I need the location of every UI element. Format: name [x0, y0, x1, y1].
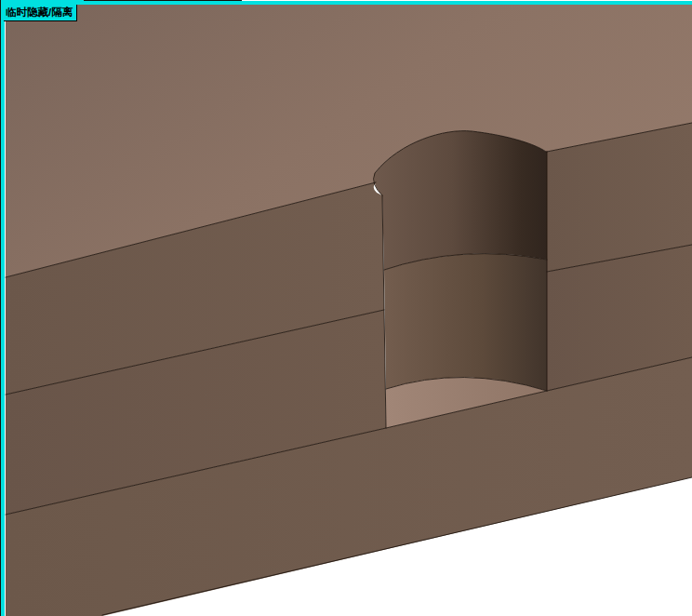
viewport-border-left	[1, 1, 5, 616]
hole-wall-lower[interactable]	[384, 254, 547, 391]
cad-viewport: 临时隐藏/隔离	[0, 0, 692, 616]
temp-hide-isolate-label: 临时隐藏/隔离	[4, 5, 77, 21]
viewport-border-top	[0, 1, 692, 5]
hole-wall-upper[interactable]	[374, 131, 547, 270]
part-3d-render	[0, 0, 692, 616]
